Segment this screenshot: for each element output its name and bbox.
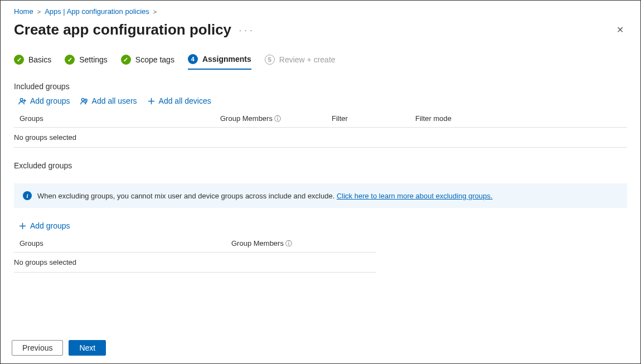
step-review-create: 5 Review + create <box>265 55 336 69</box>
add-person-icon <box>18 97 27 105</box>
col-filter: Filter <box>332 114 415 124</box>
check-icon <box>121 55 131 65</box>
step-assignments[interactable]: 4 Assignments <box>188 54 251 70</box>
add-groups-button[interactable]: Add groups <box>18 96 70 105</box>
people-icon <box>80 97 89 105</box>
page-title: Create app configuration policy <box>14 21 231 38</box>
step-scope-tags[interactable]: Scope tags <box>121 55 174 69</box>
link-label: Add all devices <box>159 96 211 105</box>
col-group-members: Group Members <box>231 239 292 249</box>
excluded-groups-heading: Excluded groups <box>14 161 627 170</box>
col-groups: Groups <box>14 239 231 249</box>
banner-message: When excluding groups, you cannot mix us… <box>37 192 337 200</box>
step-label: Settings <box>79 55 108 64</box>
wizard-footer: Previous Next <box>1 334 640 363</box>
excluded-groups-table: Groups Group Members No groups selected <box>14 236 376 273</box>
next-button[interactable]: Next <box>69 340 106 356</box>
table-row-empty: No groups selected <box>14 253 376 273</box>
step-label: Assignments <box>202 55 251 64</box>
add-all-users-button[interactable]: Add all users <box>80 96 137 105</box>
plus-icon <box>18 222 27 230</box>
included-groups-heading: Included groups <box>14 82 627 91</box>
breadcrumb: Home > Apps | App configuration policies… <box>14 5 627 18</box>
check-icon <box>65 55 75 65</box>
step-number-icon: 4 <box>188 54 198 64</box>
col-filter-mode: Filter mode <box>415 114 499 124</box>
breadcrumb-apps[interactable]: Apps | App configuration policies <box>45 7 149 16</box>
empty-cell: No groups selected <box>14 258 76 266</box>
step-settings[interactable]: Settings <box>65 55 108 69</box>
col-groups: Groups <box>14 114 220 124</box>
step-number-icon: 5 <box>265 55 275 65</box>
more-actions-button[interactable]: · · · <box>239 26 252 35</box>
link-label: Add all users <box>92 96 137 105</box>
info-icon: i <box>23 191 32 200</box>
step-label: Review + create <box>279 55 336 64</box>
link-label: Add groups <box>30 221 70 230</box>
svg-point-4 <box>85 99 87 101</box>
check-icon <box>14 55 24 65</box>
info-banner: i When excluding groups, you cannot mix … <box>14 183 627 208</box>
previous-button[interactable]: Previous <box>12 340 63 356</box>
svg-point-3 <box>81 98 84 101</box>
wizard-steps: Basics Settings Scope tags 4 Assignments… <box>14 54 627 70</box>
add-groups-excluded-button[interactable]: Add groups <box>18 221 70 230</box>
step-label: Basics <box>28 55 51 64</box>
breadcrumb-home[interactable]: Home <box>14 7 33 16</box>
chevron-right-icon: > <box>36 8 42 15</box>
link-label: Add groups <box>30 96 70 105</box>
step-basics[interactable]: Basics <box>14 55 51 69</box>
empty-cell: No groups selected <box>14 133 76 142</box>
step-label: Scope tags <box>135 55 174 64</box>
svg-point-0 <box>20 98 23 101</box>
learn-more-link[interactable]: Click here to learn more about excluding… <box>337 192 493 200</box>
add-all-devices-button[interactable]: Add all devices <box>147 96 211 105</box>
included-groups-table: Groups Group Members Filter Filter mode … <box>14 111 627 148</box>
plus-icon <box>147 97 156 105</box>
banner-text: When excluding groups, you cannot mix us… <box>37 192 493 200</box>
close-icon[interactable]: ✕ <box>613 21 627 38</box>
table-row-empty: No groups selected <box>14 128 627 148</box>
col-group-members: Group Members <box>220 114 332 124</box>
chevron-right-icon: > <box>152 8 158 15</box>
